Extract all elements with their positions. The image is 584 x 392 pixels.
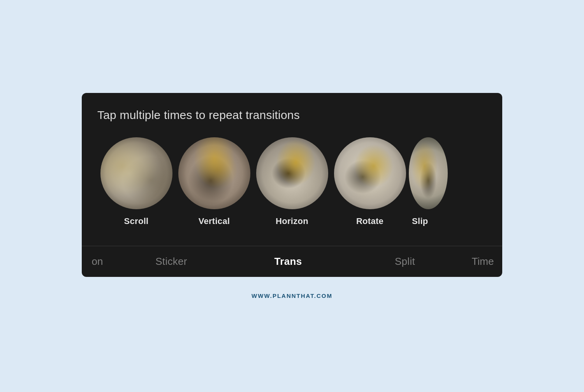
transition-item-slip[interactable]: Slip (409, 137, 487, 226)
nav-item-trans[interactable]: Trans (230, 256, 347, 268)
nav-label-time: Time (472, 256, 494, 268)
website-link[interactable]: WWW.PLANNTHAT.COM (252, 292, 332, 299)
nav-item-sticker[interactable]: Sticker (113, 256, 230, 268)
transition-item-horizon[interactable]: Horizon (253, 137, 331, 226)
transition-label-scroll: Scroll (124, 216, 149, 226)
transition-circle-vertical (178, 137, 250, 209)
instruction-text: Tap multiple times to repeat transitions (97, 108, 487, 122)
transition-item-scroll[interactable]: Scroll (97, 137, 175, 226)
transition-item-vertical[interactable]: Vertical (175, 137, 253, 226)
transition-item-rotate[interactable]: Rotate (331, 137, 409, 226)
transition-circle-rotate (334, 137, 406, 209)
nav-label-split: Split (395, 256, 415, 268)
transitions-row: Scroll Vertical Horizon Rotate Slip (97, 137, 487, 234)
nav-item-on-partial[interactable]: on (82, 256, 113, 268)
card: Tap multiple times to repeat transitions… (82, 93, 502, 277)
transition-label-horizon: Horizon (276, 216, 308, 226)
bottom-nav: on Sticker Trans Split Time (82, 246, 502, 277)
transition-circle-slip (409, 137, 448, 209)
transition-label-vertical: Vertical (199, 216, 230, 226)
nav-item-split[interactable]: Split (347, 256, 463, 268)
nav-label-sticker: Sticker (155, 256, 187, 268)
transition-label-slip: Slip (409, 216, 428, 226)
nav-label-on: on (92, 256, 103, 268)
nav-item-time-partial[interactable]: Time (463, 256, 502, 268)
transition-circle-horizon (256, 137, 328, 209)
top-section: Tap multiple times to repeat transitions… (82, 93, 502, 246)
transition-circle-scroll (100, 137, 172, 209)
transition-label-rotate: Rotate (356, 216, 383, 226)
nav-label-trans: Trans (274, 256, 302, 268)
